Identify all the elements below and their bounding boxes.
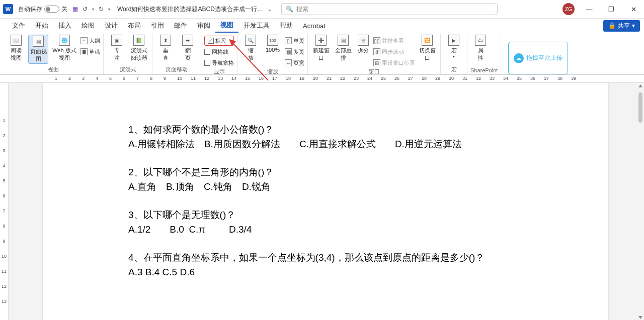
ribbon: 📖阅读 视图 ▤页面视图 🌐Web 版式视图 ≡大纲 ≣草稿 视图 ▣专 注 📗… xyxy=(0,33,644,75)
q2: 2、以下哪个不是三角形的内角()？ xyxy=(128,165,531,179)
upload-dropzone[interactable]: ☁ 拖拽至此上传 xyxy=(508,42,568,74)
ribbon-tabs: 文件 开始 插入 绘图 设计 布局 引用 邮件 审阅 视图 开发工具 帮助 Ac… xyxy=(0,19,644,33)
side-to-side-button[interactable]: ⬌翻 页 xyxy=(178,35,198,62)
tab-developer[interactable]: 开发工具 xyxy=(238,19,275,32)
vertical-button[interactable]: ⬍垂 直 xyxy=(155,35,176,62)
title-bar: W 自动保存 关 ▦ ↺ ▾ ↻ ▾ Word如何快速将竖排的选择题ABCD选项… xyxy=(0,0,644,19)
draft-button[interactable]: ≣草稿 xyxy=(80,47,100,57)
arrange-all-button[interactable]: ▤全部重排 xyxy=(333,35,353,62)
view-side-button: ▯▯并排查看 xyxy=(373,36,415,46)
word-icon: W xyxy=(3,4,13,14)
document-title: Word如何快速将竖排的选择题ABCD选项合并成一行显示？.d… xyxy=(117,5,263,14)
search-icon: 🔍 xyxy=(286,6,293,13)
vertical-ruler[interactable]: 12345678910111213 xyxy=(0,83,9,320)
title-dropdown-icon[interactable]: ⌄ xyxy=(267,6,272,13)
tab-draw[interactable]: 绘图 xyxy=(76,19,100,32)
ruler-checkbox[interactable]: ✓标尺 xyxy=(204,36,234,46)
tab-layout[interactable]: 布局 xyxy=(123,19,146,32)
search-placeholder: 搜索 xyxy=(296,5,308,14)
nav-pane-checkbox[interactable]: 导航窗格 xyxy=(204,58,234,68)
document-content[interactable]: 1、如何求两个数的最小公倍数()？ A.用辗转相除法 B.用质因数分解法 C.用… xyxy=(128,122,531,293)
zoom-100-button[interactable]: 100100% xyxy=(263,35,283,53)
q4a: A.3 B.4 C.5 D.6 xyxy=(128,265,531,279)
tab-mailings[interactable]: 邮件 xyxy=(169,19,192,32)
group-label-macros: 宏 xyxy=(444,66,464,74)
scroll-up-icon[interactable] xyxy=(638,84,642,87)
tab-references[interactable]: 引用 xyxy=(146,19,169,32)
avatar[interactable]: ZG xyxy=(562,3,575,15)
focus-button[interactable]: ▣专 注 xyxy=(107,35,127,62)
upload-icon: ☁ xyxy=(514,53,524,63)
group-label-views: 视图 xyxy=(6,66,100,74)
web-layout-button[interactable]: 🌐Web 版式视图 xyxy=(50,35,78,62)
tab-design[interactable]: 设计 xyxy=(100,19,123,32)
share-button[interactable]: 🔒 共享 ▾ xyxy=(603,20,640,32)
tab-file[interactable]: 文件 xyxy=(7,19,30,32)
save-icon[interactable]: ▦ xyxy=(72,6,78,13)
group-label-sharepoint: SharePoint xyxy=(470,67,498,74)
tab-view[interactable]: 视图 xyxy=(215,19,238,33)
split-button[interactable]: ⊟拆分 xyxy=(355,35,371,54)
tab-home[interactable]: 开始 xyxy=(30,19,53,32)
redo-icon[interactable]: ↻ xyxy=(99,6,104,13)
scrollbar-thumb[interactable] xyxy=(638,92,642,123)
scroll-down-icon[interactable] xyxy=(638,316,642,319)
q1a: A.用辗转相除法 B.用质因数分解法 C.用直接求解公式 D.用逆元运算法 xyxy=(128,137,531,151)
macros-button[interactable]: ▶宏▾ xyxy=(444,35,464,59)
autosave-state: 关 xyxy=(61,5,67,14)
minimize-button[interactable]: — xyxy=(582,6,597,13)
q1: 1、如何求两个数的最小公倍数()？ xyxy=(128,122,531,137)
tab-acrobat[interactable]: Acrobat xyxy=(298,20,331,32)
q3: 3、以下哪个是无理数()？ xyxy=(128,207,531,222)
properties-button[interactable]: 🗂属 性 xyxy=(470,35,491,62)
autosave-toggle[interactable]: 自动保存 关 xyxy=(18,5,67,14)
reset-position-button: ⊞重设窗口位置 xyxy=(373,58,415,68)
search-input[interactable]: 🔍 搜索 xyxy=(281,3,498,15)
new-window-button[interactable]: ➕新建窗口 xyxy=(311,35,331,62)
q2a: A.直角 B.顶角 C.钝角 D.锐角 xyxy=(128,179,531,194)
outline-button[interactable]: ≡大纲 xyxy=(80,36,100,46)
read-view-button[interactable]: 📖阅读 视图 xyxy=(6,35,26,62)
zoom-button[interactable]: 🔍缩 放 xyxy=(240,35,261,62)
workspace: 12345678910111213 1、如何求两个数的最小公倍数()？ A.用辗… xyxy=(0,83,644,320)
page-width-button[interactable]: ↔页宽 xyxy=(285,58,304,68)
one-page-button[interactable]: ▯单页 xyxy=(285,36,304,46)
switch-window-button[interactable]: 🔀切换窗口 xyxy=(417,35,437,62)
close-button[interactable]: ✕ xyxy=(626,6,641,13)
gridlines-checkbox[interactable]: 网格线 xyxy=(204,47,234,57)
tab-review[interactable]: 审阅 xyxy=(192,19,215,32)
qat-customize-icon[interactable]: ▾ xyxy=(108,7,110,12)
autosave-label: 自动保存 xyxy=(18,5,42,14)
print-layout-button[interactable]: ▤页面视图 xyxy=(28,35,48,64)
immersive-reader-button[interactable]: 📗沉浸式 阅读器 xyxy=(129,35,149,62)
undo-dropdown-icon[interactable]: ▾ xyxy=(92,7,94,12)
tab-help[interactable]: 帮助 xyxy=(275,19,298,32)
tab-insert[interactable]: 插入 xyxy=(53,19,76,32)
horizontal-ruler[interactable]: 1234567891011121314151617181920212223242… xyxy=(0,75,644,83)
group-label-immersive: 沉浸式 xyxy=(107,66,149,74)
document-area[interactable]: 1、如何求两个数的最小公倍数()？ A.用辗转相除法 B.用质因数分解法 C.用… xyxy=(9,83,644,320)
restore-button[interactable]: ❐ xyxy=(604,6,619,13)
page: 1、如何求两个数的最小公倍数()？ A.用辗转相除法 B.用质因数分解法 C.用… xyxy=(43,83,608,320)
sync-scroll-button: ⇵同步滚动 xyxy=(373,47,415,57)
q4: 4、在平面直角坐标系中，如果一个点坐标为(3,4)，那么该点到原点的距离是多少(… xyxy=(128,250,531,265)
multi-page-button[interactable]: ▦多页 xyxy=(285,47,304,57)
vertical-scrollbar[interactable] xyxy=(638,84,643,319)
group-label-pagemove: 页面移动 xyxy=(155,66,198,74)
undo-icon[interactable]: ↺ xyxy=(83,6,88,13)
q3a: A.1/2 B.0 C.π D.3/4 xyxy=(128,222,531,237)
